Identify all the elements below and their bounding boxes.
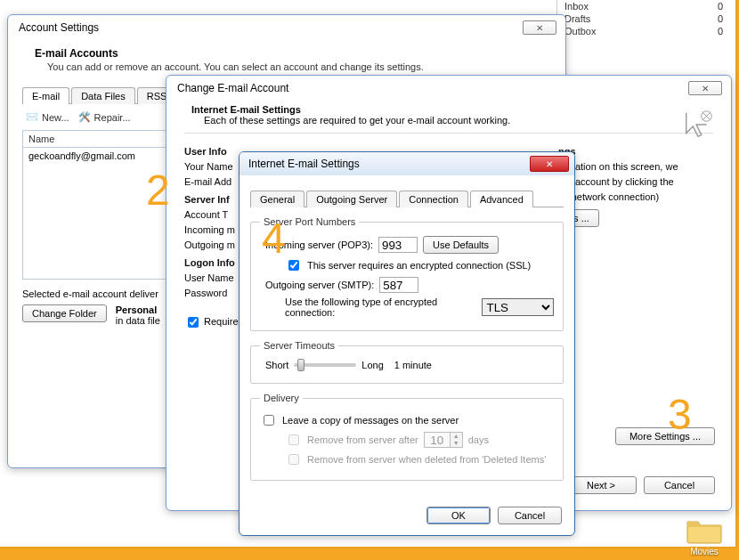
outgoing-port-label: Outgoing server (SMTP): xyxy=(265,280,374,290)
tab-email[interactable]: E-mail xyxy=(22,87,69,104)
subheading: Each of these settings are required to g… xyxy=(204,115,713,126)
timeout-slider[interactable] xyxy=(294,363,356,367)
repair-button[interactable]: 🛠️ Repair... xyxy=(78,111,131,123)
require-checkbox[interactable] xyxy=(188,317,199,328)
new-button[interactable]: ✉️ New... xyxy=(26,111,69,123)
long-label: Long xyxy=(361,360,383,370)
tab-data-files[interactable]: Data Files xyxy=(71,87,135,104)
test-settings-heading: ngs xyxy=(558,146,713,157)
annotation-3: 3 xyxy=(668,390,692,439)
folder-count: 0 xyxy=(718,1,723,12)
window-title: Account Settings xyxy=(19,21,99,34)
email-accounts-heading: E-mail Accounts xyxy=(22,42,551,61)
annotation-4: 4 xyxy=(262,214,286,263)
folder-icon xyxy=(686,516,723,545)
tools-icon: 🛠️ xyxy=(78,111,91,123)
folder-count: 0 xyxy=(718,13,723,24)
change-folder-button[interactable]: Change Folder xyxy=(22,304,107,322)
folder-row-inbox[interactable]: Inbox 0 xyxy=(557,0,730,12)
leave-copy-label: Leave a copy of messages on the server xyxy=(282,415,459,426)
internet-email-settings-dialog: Internet E-mail Settings ✕ General Outgo… xyxy=(239,151,575,536)
mail-icon: ✉️ xyxy=(26,111,38,123)
next-button[interactable]: Next > xyxy=(565,476,637,494)
ok-button[interactable]: OK xyxy=(426,507,491,524)
side2: our account by clicking the xyxy=(558,176,713,187)
ssl-checkbox[interactable] xyxy=(288,260,299,271)
folder-label: Drafts xyxy=(564,13,590,24)
incoming-port-input[interactable] xyxy=(378,237,418,253)
tab-general[interactable]: General xyxy=(250,191,305,207)
tab-outgoing-server[interactable]: Outgoing Server xyxy=(306,191,397,207)
folder-count: 0 xyxy=(718,26,723,37)
window-title: Change E-mail Account xyxy=(177,82,288,94)
dialog-tabs: General Outgoing Server Connection Advan… xyxy=(250,190,564,207)
desktop-folder-label: Movies xyxy=(686,547,723,556)
close-icon[interactable]: ✕ xyxy=(523,20,556,35)
outgoing-port-input[interactable] xyxy=(379,277,418,293)
folder-row-outbox[interactable]: Outbox 0 xyxy=(557,25,730,37)
cancel-button[interactable]: Cancel xyxy=(644,476,715,494)
leave-copy-checkbox[interactable] xyxy=(264,415,274,426)
remove-after-label: Remove from server after xyxy=(307,434,418,445)
personal-label: Personal xyxy=(116,304,160,315)
data-file-label: in data file xyxy=(116,315,160,326)
remove-deleted-label: Remove from server when deleted from 'De… xyxy=(307,454,546,465)
folder-list: Inbox 0 Drafts 0 Outbox 0 xyxy=(556,0,730,37)
timeouts-legend: Server Timeouts xyxy=(260,340,338,351)
side3: es network connection) xyxy=(558,191,713,202)
encryption-label: Use the following type of encrypted conn… xyxy=(285,296,476,318)
folder-row-drafts[interactable]: Drafts 0 xyxy=(557,12,730,25)
timeouts-group: Server Timeouts Short Long 1 minute xyxy=(250,340,564,384)
new-label: New... xyxy=(42,112,69,123)
port-numbers-group: Server Port Numbers Incoming server (POP… xyxy=(250,216,564,331)
timeout-value: 1 minute xyxy=(394,360,432,370)
tab-connection[interactable]: Connection xyxy=(399,191,468,207)
side1: ormation on this screen, we xyxy=(558,161,713,172)
folder-label: Outbox xyxy=(564,26,596,37)
short-label: Short xyxy=(265,360,288,370)
remove-deleted-checkbox xyxy=(288,454,299,465)
dialog-title: Internet E-mail Settings xyxy=(248,158,360,170)
delivery-group: Delivery Leave a copy of messages on the… xyxy=(250,393,564,481)
close-icon[interactable]: ✕ xyxy=(530,156,569,172)
days-label: days xyxy=(468,434,489,445)
repair-label: Repair... xyxy=(94,112,131,123)
cancel-button[interactable]: Cancel xyxy=(498,507,562,524)
days-input xyxy=(424,432,451,448)
delivery-legend: Delivery xyxy=(260,393,303,403)
more-settings-button[interactable]: More Settings ... xyxy=(615,427,715,445)
heading: Internet E-mail Settings xyxy=(191,104,713,115)
encryption-select[interactable]: TLS xyxy=(482,298,554,316)
use-defaults-button[interactable]: Use Defaults xyxy=(423,236,499,254)
tab-advanced[interactable]: Advanced xyxy=(470,191,533,207)
desktop-folder-movies[interactable]: Movies xyxy=(686,516,723,556)
require-label: Require xyxy=(204,315,239,326)
folder-label: Inbox xyxy=(564,1,589,12)
cursor-icon xyxy=(681,108,715,142)
days-spinner: ▲▼ xyxy=(424,432,463,448)
annotation-2: 2 xyxy=(146,166,170,215)
remove-after-checkbox xyxy=(288,434,299,445)
ssl-label: This server requires an encrypted connec… xyxy=(307,260,531,271)
close-icon[interactable]: ✕ xyxy=(688,81,722,95)
